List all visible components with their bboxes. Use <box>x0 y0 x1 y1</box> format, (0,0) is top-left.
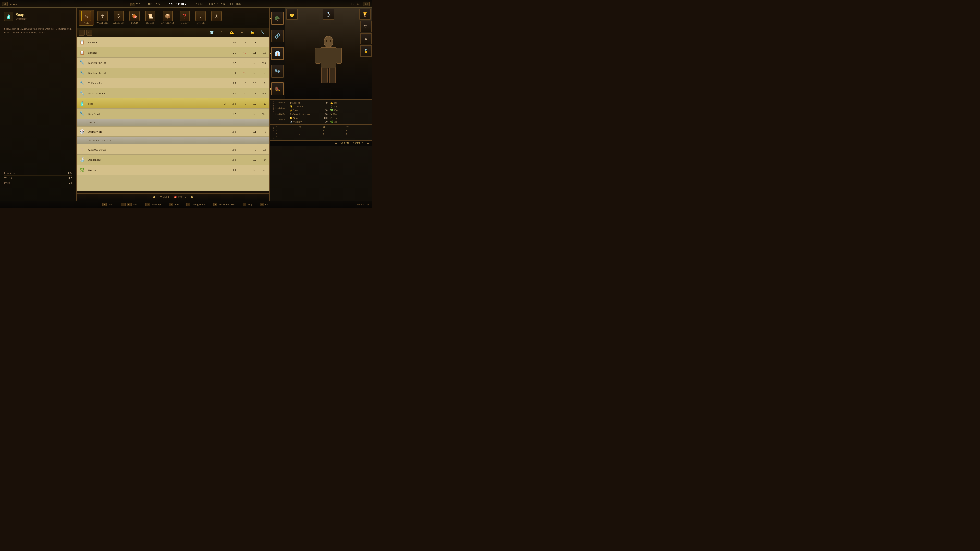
table-row[interactable]: 🍶 Oakgall ink 100 0.2 14 <box>76 155 269 165</box>
armour-label: ARMOUR <box>272 101 274 124</box>
stat-weight-value: 0.2 <box>68 176 72 179</box>
action-headings[interactable]: L3 Headings <box>145 203 161 206</box>
column-headers: ≡ AZ 👕 # 💪 ♥ 🔒 🔧 <box>76 28 269 37</box>
action-sort[interactable]: ⟳ Sort <box>169 203 179 206</box>
table-row[interactable]: 🔧 Marksman's kit 57 0 0.3 19.9 <box>76 88 269 98</box>
section-label: Dice <box>88 121 177 124</box>
table-row[interactable]: 🌿 Wolf ear 100 0.3 2.5 <box>76 165 269 175</box>
table-row[interactable]: 📋 Bandage 7 100 25 0.1 2 <box>76 37 269 48</box>
table-row[interactable]: 🎲 Ordinary die 100 0.1 1 <box>76 127 269 137</box>
tab-armour[interactable]: 🛡 Armour <box>111 10 126 25</box>
item-value: 2.5 <box>257 168 267 171</box>
item-condition: 100 <box>227 168 237 171</box>
nav-player[interactable]: PLAYER <box>192 2 204 5</box>
nav-left-badge[interactable]: ⊡ <box>2 2 8 6</box>
stats-section: ARMOUR 12211881 11513596 15111248 121110… <box>270 100 372 124</box>
main-area: ⚔ All 🗡 Weapons 🛡 Armour 🍖 Food 📜 Books … <box>76 8 269 200</box>
tab-books[interactable]: 📜 Books <box>143 10 158 25</box>
slot-right-2[interactable]: ⚔ <box>360 33 372 44</box>
tab-all[interactable]: ⚔ All <box>79 10 94 25</box>
table-row[interactable]: 🔧 Blacksmith's kit 0 19 0.5 9.9 <box>76 68 269 78</box>
nav-inventory[interactable]: INVENTORY <box>167 2 187 5</box>
table-row[interactable]: 📋 Bandage 4 25 40 0.1 0.8 <box>76 48 269 58</box>
item-value: 19.9 <box>257 92 267 95</box>
slot-indicator <box>270 17 271 19</box>
stat-price-label: Price <box>4 181 10 184</box>
action-drop[interactable]: ⊡ Drop <box>102 203 113 206</box>
right-equipment-col: 🛡 ⚔ 🔓 <box>360 21 372 57</box>
tab-other[interactable]: … Other <box>193 10 208 25</box>
item-qty: 3 <box>216 102 227 105</box>
tab-materials[interactable]: 📦 Materials <box>159 10 177 25</box>
sort-repair[interactable]: 🔧 <box>257 29 267 36</box>
stat-agi: 🏃 Agi <box>329 105 369 108</box>
nav-right-arrow[interactable]: ▶ <box>191 195 194 199</box>
item-weight: 0.1 <box>247 51 257 54</box>
item-condition: 100 <box>227 102 237 105</box>
item-condition: 100 <box>227 158 237 161</box>
item-value: 1 <box>257 130 267 133</box>
slot-chest[interactable]: 👔 <box>271 47 284 60</box>
char-stats-grid: 🗣 Speech9 ✨ Charisma7 ⚡ Speed18 👁 Conspi… <box>288 101 370 124</box>
item-condition: 100 <box>227 130 237 133</box>
sort-quantity[interactable]: # <box>216 29 227 36</box>
item-condition: 72 <box>227 112 237 115</box>
slot-ring[interactable]: 💍 <box>323 9 334 20</box>
svg-point-0 <box>324 36 333 48</box>
sort-lock[interactable]: 🔒 <box>247 29 257 36</box>
slot-trophy[interactable]: 🏆 <box>360 9 371 20</box>
slot-head-accessory[interactable]: 👑 <box>286 9 298 20</box>
item-icon-small: 🔧 <box>79 69 86 76</box>
tab-armour-icon: 🛡 <box>114 11 124 21</box>
item-icon-small: 🔧 <box>79 59 86 66</box>
action-help[interactable]: ? Help <box>243 203 252 206</box>
tab-quest[interactable]: ❓ Quest <box>177 10 192 25</box>
nav-left-arrow[interactable]: ◀ <box>152 195 155 199</box>
item-row-name: Wolf ear <box>88 168 216 171</box>
nav-right: Inventory R2 <box>351 2 369 6</box>
sort-health[interactable]: ♥ <box>237 29 247 36</box>
item-icon-small: 🔧 <box>79 90 86 97</box>
stat-no: 🌿 No <box>329 120 369 124</box>
tab-weapons[interactable]: 🗡 Weapons <box>94 10 110 25</box>
stat-str: 💪 Str <box>329 101 369 104</box>
item-value: 0.8 <box>257 51 267 54</box>
action-change-outfit[interactable]: △ Change outfit <box>186 203 206 206</box>
item-row-name: Blacksmith's kit <box>88 61 216 64</box>
slot-right-3[interactable]: 🔓 <box>360 45 372 57</box>
item-condition: 100 <box>227 148 237 151</box>
table-row[interactable]: 🔧 Tailor's kit 72 0 0.3 21.5 <box>76 109 269 119</box>
item-row-name: Bandage <box>88 41 216 44</box>
sort-strength[interactable]: 💪 <box>227 29 237 36</box>
slot-neck[interactable]: 🔗 <box>271 30 284 42</box>
sort-clothing[interactable]: 👕 <box>206 29 216 36</box>
item-row-name: Blacksmith's kit <box>88 71 216 75</box>
armour-numbers: 12211881 11513596 15111248 12111063 <box>275 101 286 124</box>
action-belt-slot[interactable]: R Active Belt Slot <box>213 203 235 206</box>
slot-right-1[interactable]: 🛡 <box>360 21 372 32</box>
tab-food[interactable]: 🍖 Food <box>127 10 142 25</box>
action-exit[interactable]: ○ Exit <box>260 203 269 206</box>
filter-button[interactable]: ≡ <box>79 30 85 36</box>
sort-alpha-button[interactable]: AZ <box>86 30 92 36</box>
item-weight: 0.5 <box>247 61 257 64</box>
nav-map[interactable]: L2MAP <box>130 2 143 5</box>
action-tabs[interactable]: L1 R1 Tabs <box>121 203 138 206</box>
nav-journal[interactable]: JOURNAL <box>148 2 162 5</box>
item-row-name: Marksman's kit <box>88 92 216 95</box>
slot-hands[interactable]: 🧤 <box>271 65 284 78</box>
slot-head[interactable]: 🪖 <box>271 12 284 25</box>
nav-codex[interactable]: CODEX <box>230 2 241 5</box>
nav-crafting[interactable]: CRAFTING <box>209 2 225 5</box>
slot-feet[interactable]: 🥾 <box>271 83 284 95</box>
item-weight: 0.2 <box>247 158 257 161</box>
table-row[interactable]: 🔧 Blacksmith's kit 52 0 0.5 26.4 <box>76 58 269 68</box>
table-row[interactable]: 🔧 Cobbler's kit 85 0 0.3 34 <box>76 78 269 88</box>
tab-other-label: Other <box>197 22 205 24</box>
table-row[interactable]: 🧴 Soap 3 100 0 0.2 20 <box>76 98 269 109</box>
main-bottom-info: ◀ ⚖ 250.3 🎒 119/134 ▶ <box>76 193 269 200</box>
tab-extra[interactable]: ★ + <box>209 10 224 25</box>
stat-speed: ⚡ Speed18 <box>288 109 329 112</box>
table-row[interactable]: ✝ Ambrose's cross 100 0 0.5 <box>76 144 269 155</box>
item-condition: 57 <box>227 92 237 95</box>
